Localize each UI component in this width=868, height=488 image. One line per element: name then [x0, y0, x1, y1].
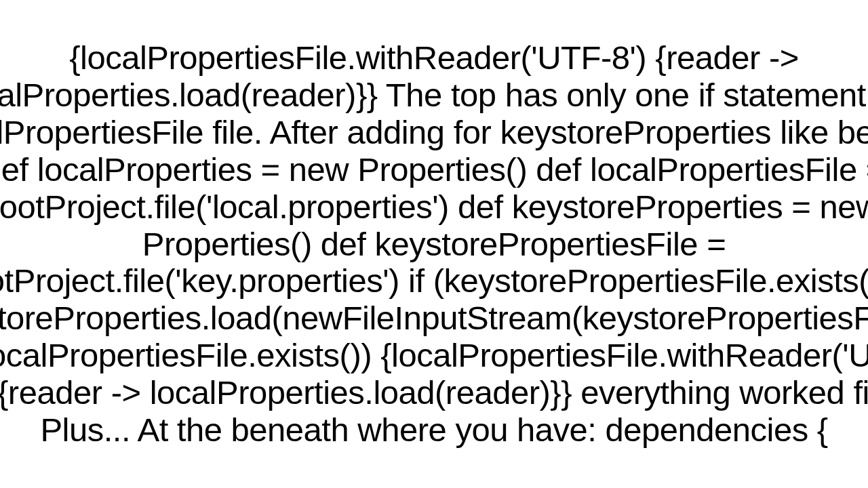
body-text: {localPropertiesFile.withReader('UTF-8')…: [0, 39, 868, 449]
document-body: {localPropertiesFile.withReader('UTF-8')…: [0, 0, 868, 488]
